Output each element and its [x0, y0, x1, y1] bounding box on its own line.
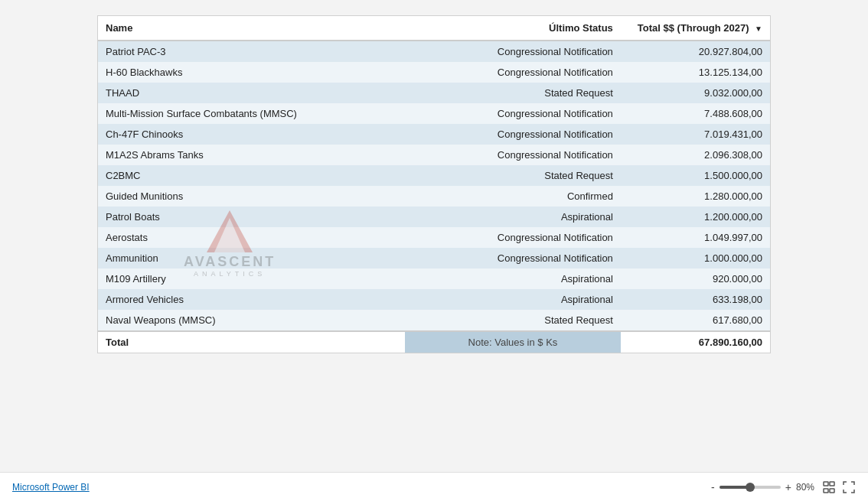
table-row: Naval Weapons (MMSC)Stated Request617.68…: [98, 310, 770, 331]
cell-value: 617.680,00: [621, 310, 770, 331]
cell-status: Stated Request: [405, 83, 621, 103]
main-content: AVASCENT ANALYTICS Name Último Status To…: [0, 0, 868, 369]
cell-status: Stated Request: [405, 165, 621, 186]
cell-status: Congressional Notification: [405, 124, 621, 145]
table-row: M109 ArtilleryAspirational920.000,00: [98, 268, 770, 289]
bottom-icons: [822, 480, 856, 494]
cell-value: 920.000,00: [621, 268, 770, 289]
table-row: AerostatsCongressional Notification1.049…: [98, 227, 770, 248]
cell-value: 9.032.000,00: [621, 83, 770, 103]
cell-name: Ammunition: [98, 248, 405, 268]
table-row: Patrol BoatsAspirational1.200.000,00: [98, 207, 770, 227]
zoom-slider[interactable]: [720, 486, 781, 489]
table-header-row: Name Último Status Total $$ (Through 202…: [98, 16, 770, 41]
table-row: AmmunitionCongressional Notification1.00…: [98, 248, 770, 268]
svg-rect-4: [824, 489, 828, 493]
zoom-level-label: 80%: [796, 482, 814, 493]
cell-name: M1A2S Abrams Tanks: [98, 145, 405, 165]
zoom-control: - + 80%: [711, 481, 814, 493]
cell-value: 7.488.608,00: [621, 103, 770, 124]
total-note: Note: Values in $ Ks: [405, 331, 621, 353]
cell-value: 13.125.134,00: [621, 62, 770, 83]
fit-page-icon[interactable]: [822, 480, 836, 494]
cell-name: Naval Weapons (MMSC): [98, 310, 405, 331]
cell-name: M109 Artillery: [98, 268, 405, 289]
table-row: Armored VehiclesAspirational633.198,00: [98, 289, 770, 310]
cell-value: 2.096.308,00: [621, 145, 770, 165]
cell-status: Congressional Notification: [405, 145, 621, 165]
cell-status: Stated Request: [405, 310, 621, 331]
cell-name: Aerostats: [98, 227, 405, 248]
bottom-bar: Microsoft Power BI - + 80%: [0, 472, 868, 501]
cell-value: 1.200.000,00: [621, 207, 770, 227]
table-row: Multi-Mission Surface Combatants (MMSC)C…: [98, 103, 770, 124]
cell-value: 20.927.804,00: [621, 41, 770, 62]
col-header-value[interactable]: Total $$ (Through 2027) ▼: [621, 16, 770, 41]
cell-status: Congressional Notification: [405, 62, 621, 83]
svg-rect-5: [830, 489, 834, 493]
table-row: M1A2S Abrams TanksCongressional Notifica…: [98, 145, 770, 165]
table-row: THAADStated Request9.032.000,00: [98, 83, 770, 103]
cell-status: Congressional Notification: [405, 103, 621, 124]
cell-status: Aspirational: [405, 289, 621, 310]
cell-value: 7.019.431,00: [621, 124, 770, 145]
data-table-container: Name Último Status Total $$ (Through 202…: [97, 15, 771, 353]
zoom-minus-button[interactable]: -: [711, 481, 715, 493]
cell-name: Guided Munitions: [98, 186, 405, 207]
total-value: 67.890.160,00: [621, 331, 770, 353]
col-header-name: Name: [98, 16, 405, 41]
data-table: Name Último Status Total $$ (Through 202…: [98, 16, 770, 353]
svg-rect-2: [824, 482, 828, 486]
table-row: Guided MunitionsConfirmed1.280.000,00: [98, 186, 770, 207]
cell-name: Patrol Boats: [98, 207, 405, 227]
powerbi-link[interactable]: Microsoft Power BI: [12, 482, 90, 493]
cell-value: 1.280.000,00: [621, 186, 770, 207]
cell-value: 1.049.997,00: [621, 227, 770, 248]
cell-name: Patriot PAC-3: [98, 41, 405, 62]
bottom-right-controls: - + 80%: [711, 480, 856, 494]
cell-name: THAAD: [98, 83, 405, 103]
col-header-value-label: Total $$ (Through 2027): [638, 22, 749, 34]
cell-status: Congressional Notification: [405, 41, 621, 62]
fullscreen-icon[interactable]: [842, 480, 856, 494]
cell-name: Multi-Mission Surface Combatants (MMSC): [98, 103, 405, 124]
total-name: Total: [98, 331, 405, 353]
cell-status: Confirmed: [405, 186, 621, 207]
cell-status: Congressional Notification: [405, 227, 621, 248]
table-row: H-60 BlackhawksCongressional Notificatio…: [98, 62, 770, 83]
cell-status: Aspirational: [405, 268, 621, 289]
total-row: TotalNote: Values in $ Ks67.890.160,00: [98, 331, 770, 353]
table-row: Patriot PAC-3Congressional Notification2…: [98, 41, 770, 62]
cell-value: 1.000.000,00: [621, 248, 770, 268]
cell-value: 633.198,00: [621, 289, 770, 310]
cell-status: Aspirational: [405, 207, 621, 227]
col-header-status: Último Status: [405, 16, 621, 41]
cell-name: C2BMC: [98, 165, 405, 186]
cell-name: Armored Vehicles: [98, 289, 405, 310]
table-row: Ch-47F ChinooksCongressional Notificatio…: [98, 124, 770, 145]
zoom-plus-button[interactable]: +: [785, 481, 791, 493]
sort-icon: ▼: [755, 24, 762, 33]
zoom-slider-thumb: [746, 483, 755, 492]
cell-status: Congressional Notification: [405, 248, 621, 268]
cell-value: 1.500.000,00: [621, 165, 770, 186]
cell-name: Ch-47F Chinooks: [98, 124, 405, 145]
table-row: C2BMCStated Request1.500.000,00: [98, 165, 770, 186]
cell-name: H-60 Blackhawks: [98, 62, 405, 83]
svg-rect-3: [830, 482, 834, 486]
